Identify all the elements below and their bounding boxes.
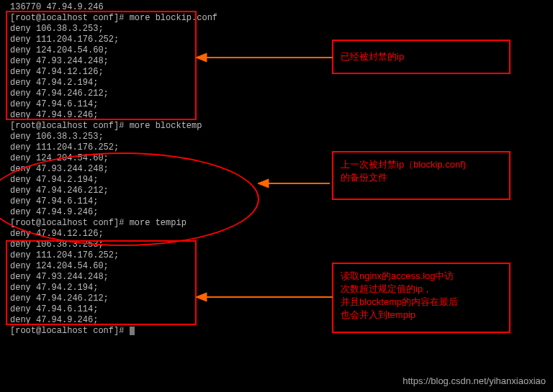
annotation-text: 次数超过规定值的ip， (341, 283, 502, 296)
term-line: deny 47.94.2.194; (10, 175, 217, 186)
term-line: deny 47.94.12.126; (10, 229, 217, 240)
highlight-box-blockip (6, 11, 197, 120)
term-line: deny 47.94.246.212; (10, 186, 217, 196)
annotation-backup-file: 上一次被封禁ip（blockip.conf) 的备份文件 (332, 151, 511, 200)
highlight-box-tempip (6, 240, 197, 325)
annotation-text: 已经被封禁的ip (341, 50, 404, 63)
term-line: [root@localhost conf]# more tempip (10, 218, 217, 229)
annotation-blocked-ip: 已经被封禁的ip (332, 40, 511, 74)
cursor-icon (130, 327, 135, 335)
term-line: deny 47.94.6.114; (10, 196, 217, 207)
term-line: [root@localhost conf]# (10, 326, 217, 337)
term-line: deny 106.38.3.253; (10, 132, 217, 142)
svg-marker-3 (258, 179, 269, 188)
term-line: deny 111.204.176.252; (10, 142, 217, 153)
annotation-text: 并且blocktemp的内容在最后 (341, 296, 502, 309)
arrow-icon (196, 50, 340, 65)
svg-marker-1 (196, 53, 207, 62)
arrow-icon (258, 176, 337, 191)
annotation-text: 的备份文件 (341, 171, 502, 184)
annotation-text: 读取nginx的access.log中访 (341, 270, 502, 283)
term-line: [root@localhost conf]# more blocktemp (10, 121, 217, 132)
term-line: deny 47.93.244.248; (10, 164, 217, 175)
svg-marker-5 (196, 293, 207, 301)
term-line: deny 124.204.54.60; (10, 153, 217, 164)
annotation-text: 也会并入到tempip (341, 309, 502, 322)
annotation-tempip: 读取nginx的access.log中访 次数超过规定值的ip， 并且block… (332, 263, 511, 333)
watermark: https://blog.csdn.net/yihanxiaoxiao (403, 375, 546, 386)
term-line: deny 47.94.9.246; (10, 207, 217, 218)
annotation-text: 上一次被封禁ip（blockip.conf) (341, 158, 502, 171)
arrow-icon (196, 290, 340, 304)
